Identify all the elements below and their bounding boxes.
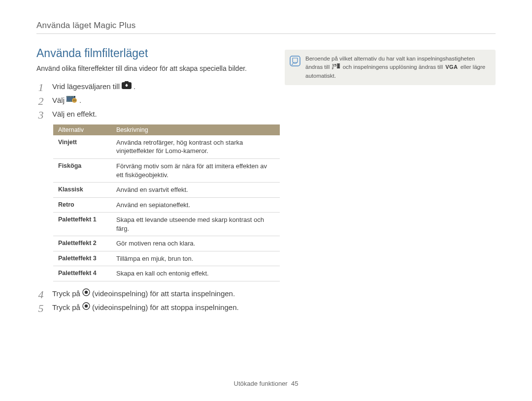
svg-rect-33 — [337, 67, 338, 67]
step-text-fragment: Vrid lägesväljaren till — [52, 81, 120, 93]
option-cell: Paletteffekt 2 — [53, 236, 111, 251]
table-row: FiskögaFörvräng motiv som är nära för at… — [53, 158, 280, 182]
table-header-option: Alternativ — [53, 124, 111, 135]
option-cell: Vinjett — [53, 135, 111, 159]
svg-rect-30 — [337, 64, 338, 64]
option-cell: Paletteffekt 3 — [53, 251, 111, 266]
description-cell: Skapa en kall och entonig effekt. — [111, 266, 280, 281]
svg-rect-26 — [290, 56, 300, 66]
svg-rect-9 — [70, 96, 71, 97]
step-number: 3 — [36, 109, 45, 121]
svg-text:F: F — [332, 67, 334, 70]
step-number: 1 — [36, 81, 45, 93]
svg-rect-36 — [339, 66, 339, 66]
step-1: 1 Vrid lägesväljaren till . — [36, 81, 268, 93]
table-row: KlassiskAnvänd en svartvit effekt. — [53, 183, 280, 198]
film-filter-icon — [66, 95, 77, 106]
step-text-fragment: . — [133, 81, 135, 93]
step-2: 2 Välj . — [36, 95, 268, 107]
page-footer: Utökade funktioner 45 — [0, 380, 532, 387]
table-header-description: Beskrivning — [111, 124, 280, 135]
right-column: Beroende på vilket alternativ du har val… — [285, 47, 496, 316]
table-row: Paletteffekt 3Tillämpa en mjuk, brun ton… — [53, 251, 280, 266]
option-cell: Retro — [53, 197, 111, 213]
mode-dial-icon — [122, 81, 132, 93]
step-text: Välj en effekt. — [52, 109, 97, 120]
svg-rect-35 — [339, 65, 339, 65]
note-box: Beroende på vilket alternativ du har val… — [285, 50, 496, 85]
svg-rect-31 — [337, 65, 338, 65]
content-columns: Använda filmfilterläget Använd olika fil… — [36, 47, 496, 316]
description-cell: Använd en svartvit effekt. — [111, 183, 280, 198]
step-number: 4 — [36, 288, 45, 300]
page-container: Använda läget Magic Plus Använda filmfil… — [0, 0, 532, 316]
option-cell: Paletteffekt 1 — [53, 213, 111, 236]
svg-rect-1 — [125, 81, 129, 83]
record-button-icon — [82, 302, 90, 313]
step-text: Tryck på (videoinspelning) för att stopp… — [52, 302, 239, 313]
step-number: 2 — [36, 95, 45, 107]
step-text: Vrid lägesväljaren till . — [52, 81, 135, 93]
intro-paragraph: Använd olika filtereffekter till dina vi… — [36, 64, 268, 73]
step-5: 5 Tryck på (videoinspelning) för att sto… — [36, 302, 268, 314]
svg-rect-12 — [67, 100, 68, 101]
description-cell: Använda retrofärger, hög kontrast och st… — [111, 135, 280, 159]
description-cell: Använd en sepiatoneffekt. — [111, 197, 280, 213]
description-cell: Gör motiven rena och klara. — [111, 236, 280, 251]
svg-rect-32 — [337, 66, 338, 66]
description-cell: Förvräng motiv som är nära för att imite… — [111, 158, 280, 182]
svg-rect-8 — [68, 96, 69, 97]
step-list: 1 Vrid lägesväljaren till . 2 Välj . 3 V — [36, 81, 268, 121]
page-number: 45 — [291, 380, 298, 387]
svg-point-23 — [85, 291, 88, 294]
step-number: 5 — [36, 302, 45, 314]
svg-rect-13 — [68, 100, 69, 101]
step-text: Välj . — [52, 95, 81, 106]
svg-rect-14 — [70, 100, 71, 101]
table-row: VinjettAnvända retrofärger, hög kontrast… — [53, 135, 280, 159]
fps-badge-icon: 15F — [332, 63, 340, 72]
section-label: Använda läget Magic Plus — [36, 21, 496, 34]
step-text-fragment: Tryck på — [52, 302, 80, 313]
note-text: Beroende på vilket alternativ du har val… — [305, 55, 488, 80]
svg-rect-11 — [73, 96, 74, 97]
svg-rect-37 — [339, 67, 339, 67]
option-cell: Klassisk — [53, 183, 111, 198]
option-cell: Fisköga — [53, 158, 111, 182]
svg-point-17 — [72, 98, 77, 103]
step-text-fragment: Välj — [52, 95, 65, 106]
footer-section: Utökade funktioner — [234, 380, 288, 387]
svg-rect-7 — [67, 96, 68, 97]
svg-rect-18 — [73, 99, 75, 100]
description-cell: Tillämpa en mjuk, brun ton. — [111, 251, 280, 266]
svg-rect-20 — [75, 99, 76, 100]
step-list-continued: 4 Tryck på (videoinspelning) för att sta… — [36, 288, 268, 314]
svg-rect-10 — [71, 96, 72, 97]
step-text-fragment: . — [79, 95, 81, 106]
note-icon — [290, 56, 300, 80]
svg-rect-3 — [126, 85, 128, 87]
table-row: Paletteffekt 4Skapa en kall och entonig … — [53, 266, 280, 281]
table-row: RetroAnvänd en sepiatoneffekt. — [53, 197, 280, 213]
svg-rect-21 — [75, 100, 76, 101]
svg-rect-19 — [73, 100, 75, 101]
table-row: Paletteffekt 2Gör motiven rena och klara… — [53, 236, 280, 251]
note-fragment: och inspelningens upplösning ändras till — [343, 64, 443, 70]
step-text-fragment: (videoinspelning) för att starta inspeln… — [92, 288, 235, 300]
effects-table: Alternativ Beskrivning VinjettAnvända re… — [53, 124, 280, 281]
description-cell: Skapa ett levande utseende med skarp kon… — [111, 213, 280, 236]
step-text-fragment: Tryck på — [52, 288, 80, 300]
left-column: Använda filmfilterläget Använd olika fil… — [36, 47, 268, 316]
option-cell: Paletteffekt 4 — [53, 266, 111, 281]
page-heading: Använda filmfilterläget — [36, 47, 268, 60]
step-text-fragment: (videoinspelning) för att stoppa inspeln… — [92, 302, 239, 313]
table-row: Paletteffekt 1Skapa ett levande utseende… — [53, 213, 280, 236]
step-text: Tryck på (videoinspelning) för att start… — [52, 288, 235, 300]
step-4: 4 Tryck på (videoinspelning) för att sta… — [36, 288, 268, 300]
record-button-icon — [82, 288, 90, 300]
step-3: 3 Välj en effekt. — [36, 109, 268, 121]
vga-badge: VGA — [445, 63, 458, 71]
svg-rect-34 — [339, 64, 339, 64]
svg-point-25 — [85, 305, 88, 308]
